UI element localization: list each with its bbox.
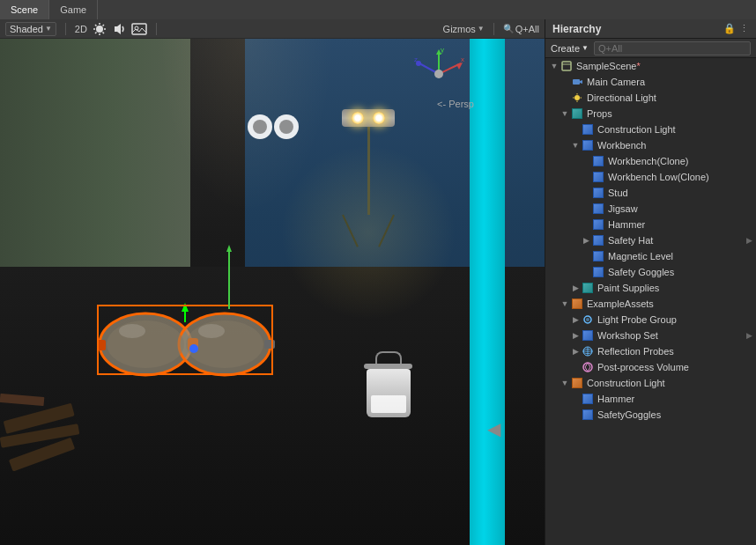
maglevel-arrow <box>581 248 591 264</box>
tab-scene[interactable]: Scene <box>0 0 49 19</box>
postprocess-icon <box>581 360 595 374</box>
hierarchy-menu-icon[interactable]: ⋮ <box>739 23 749 34</box>
hierarchy-item-workbench-clone[interactable]: Workbench(Clone) <box>545 153 756 169</box>
workshopset-arrow[interactable] <box>570 328 581 343</box>
svg-rect-22 <box>264 340 275 349</box>
safetyhat-arrow[interactable] <box>581 232 591 248</box>
svg-point-20 <box>186 320 263 368</box>
constlight1-icon <box>581 122 595 136</box>
reflprobe-icon <box>582 346 593 357</box>
fx-icon <box>131 22 147 36</box>
hammer2-label: Hammer <box>597 394 752 404</box>
light-bulb-right <box>373 112 385 124</box>
hierarchy-item-lightprobegroup[interactable]: Light Probe Group <box>545 312 756 328</box>
svg-point-23 <box>189 344 198 353</box>
props-icon <box>570 107 584 121</box>
hierarchy-item-stud[interactable]: Stud <box>545 185 756 201</box>
hierarchy-item-reflprobes[interactable]: Reflection Probes <box>545 343 756 359</box>
props-arrow[interactable] <box>560 106 570 122</box>
exampleassets-arrow[interactable] <box>560 296 570 312</box>
postprocess-label: Post-process Volume <box>597 362 752 372</box>
workbench-arrow[interactable] <box>570 137 581 153</box>
hierarchy-item-paintsupplies[interactable]: Paint Supplies <box>545 280 756 296</box>
hierarchy-item-hammer1[interactable]: Hammer <box>545 217 756 232</box>
tab-scene-label: Scene <box>11 4 38 15</box>
toolbar-sep-1 <box>65 23 66 35</box>
tab-game-label: Game <box>60 4 86 15</box>
hierarchy-item-workshopset[interactable]: Workshop Set ▶ <box>545 328 756 343</box>
scene-toolbar: Shaded ▼ 2D <box>0 19 545 39</box>
constlight1-label: Construction Light <box>597 124 752 135</box>
hierarchy-item-maincamera[interactable]: Main Camera <box>545 74 756 90</box>
tab-game[interactable]: Game <box>49 0 98 19</box>
lightprobegroup-icon <box>581 313 595 327</box>
viewport[interactable]: y x z <- Persp <box>0 39 545 545</box>
hierarchy-title: Hierarchy <box>552 23 723 35</box>
shading-label: Shaded <box>10 24 43 34</box>
lightprobegroup-arrow[interactable] <box>570 312 581 328</box>
hierarchy-item-workbench-low-clone[interactable]: Workbench Low(Clone) <box>545 169 756 185</box>
svg-point-0 <box>96 26 103 33</box>
light-pole <box>367 127 370 215</box>
hierarchy-item-safetygoggles-prop[interactable]: Safety Goggles <box>545 264 756 280</box>
hierarchy-list: SampleScene* Main Camera Directional Lig… <box>545 58 756 545</box>
q-all-icon: 🔍 <box>503 24 514 33</box>
hierarchy-item-dirlight[interactable]: Directional Light <box>545 90 756 106</box>
light-legs <box>342 215 395 250</box>
wbclone-arrow <box>581 153 591 169</box>
svg-text:z: z <box>414 55 418 63</box>
gizmos-dropdown[interactable]: Gizmos ▼ <box>443 24 485 34</box>
hierarchy-lock-icon[interactable]: 🔒 <box>723 23 736 34</box>
props-label: Props <box>587 108 752 119</box>
reflprobes-arrow[interactable] <box>570 343 581 359</box>
hierarchy-item-hammer2[interactable]: Hammer <box>545 391 756 407</box>
hierarchy-item-props[interactable]: Props <box>545 106 756 122</box>
safetygoggles-prop-cube-icon <box>593 267 604 277</box>
samplescene-arrow[interactable] <box>549 58 560 74</box>
fx-toggle[interactable] <box>131 22 147 36</box>
2d-button[interactable]: 2D <box>75 24 87 34</box>
constlight2-arrow[interactable] <box>560 375 570 391</box>
light-toggle[interactable] <box>93 22 107 36</box>
reflprobes-icon <box>581 344 595 358</box>
hierarchy-item-workbench[interactable]: Workbench <box>545 137 756 153</box>
create-button[interactable]: Create ▼ <box>551 43 589 54</box>
hierarchy-item-samplescene[interactable]: SampleScene* <box>545 58 756 74</box>
hierarchy-item-safetygoggles2[interactable]: SafetyGoggles <box>545 407 756 423</box>
hierarchy-item-postprocess[interactable]: Post-process Volume <box>545 359 756 375</box>
wblowclone-icon <box>591 170 605 184</box>
audio-toggle[interactable] <box>112 22 126 36</box>
jigsaw-icon <box>591 202 605 216</box>
hammer1-icon <box>591 217 605 232</box>
hammer1-label: Hammer <box>608 219 752 230</box>
svg-rect-15 <box>0 394 44 406</box>
toolbar-sep-3 <box>493 23 494 35</box>
dirlight-label: Directional Light <box>587 92 752 103</box>
search-all-label: Q+All <box>515 24 539 34</box>
constlight1-cube-icon <box>582 124 593 135</box>
postprocess-arrow <box>570 359 581 375</box>
hierarchy-item-constlight1[interactable]: Construction Light <box>545 122 756 137</box>
hierarchy-search[interactable] <box>594 41 751 55</box>
constlight2-cube-icon <box>572 378 582 388</box>
paintsupplies-icon <box>581 281 595 295</box>
stud-label: Stud <box>608 188 752 198</box>
light-bulb-left <box>352 112 364 124</box>
construction-light-stand <box>342 109 395 250</box>
main-area: Shaded ▼ 2D <box>0 19 756 545</box>
light-head <box>342 109 395 127</box>
hammer2-icon <box>581 392 595 406</box>
svg-text:x: x <box>461 55 464 63</box>
shading-dropdown[interactable]: Shaded ▼ <box>5 22 56 36</box>
paintsupplies-arrow[interactable] <box>570 280 581 296</box>
hierarchy-item-jigsaw[interactable]: Jigsaw <box>545 201 756 217</box>
hierarchy-item-constlight2[interactable]: Construction Light <box>545 375 756 391</box>
gizmo-svg: y x z <box>412 48 465 100</box>
svg-text:y: y <box>441 48 444 54</box>
search-all[interactable]: 🔍 Q+All <box>503 24 539 34</box>
hierarchy-item-exampleassets[interactable]: ExampleAssets <box>545 296 756 312</box>
create-label: Create <box>551 43 580 54</box>
hierarchy-item-safetyhat[interactable]: Safety Hat ▶ <box>545 232 756 248</box>
camera-orient-gizmo[interactable]: y x z <box>412 48 465 100</box>
hierarchy-item-maglevel[interactable]: Magnetic Level <box>545 248 756 264</box>
